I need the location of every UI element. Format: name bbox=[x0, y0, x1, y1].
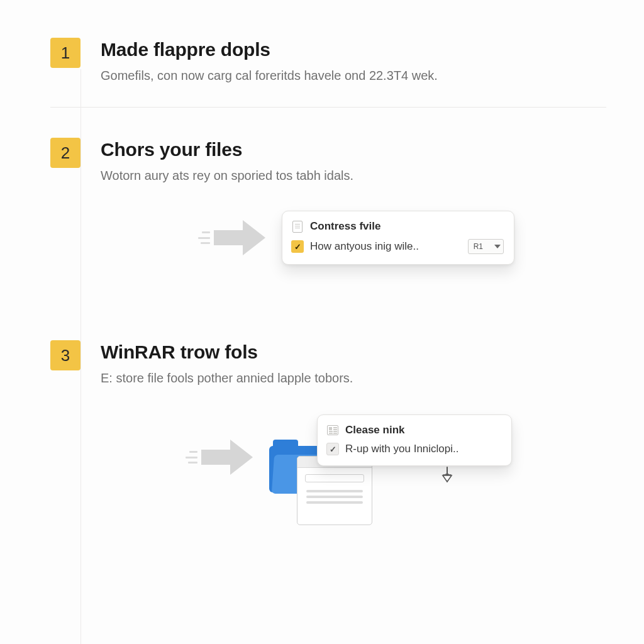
check-icon: ✓ bbox=[326, 443, 339, 455]
step-2-desc: Wotorn aury ats rey on sporied tos tabh … bbox=[101, 167, 606, 184]
step-3-body: WinRAR trow fols E: store file fools pot… bbox=[101, 340, 606, 496]
step-1-title: Made flappre dopls bbox=[101, 39, 606, 60]
step-2-badge: 2 bbox=[50, 138, 80, 168]
menu-item-contress[interactable]: Contress fvile bbox=[290, 218, 505, 235]
step-3-desc: E: store file fools pother annied lapple… bbox=[101, 369, 606, 387]
step-3-illustration: Clease nink ✓ R-up with you Inniclopi.. bbox=[101, 418, 606, 496]
menu-item-label: R-up with you Inniclopi.. bbox=[345, 443, 501, 455]
step-2-illustration: Contress fvile ✓ How antyous inig wile..… bbox=[101, 211, 606, 265]
format-select[interactable]: R1 bbox=[468, 239, 504, 254]
step-2: 2 Chors your files Wotorn aury ats rey o… bbox=[50, 138, 606, 265]
menu-item-label: How antyous inig wile.. bbox=[310, 240, 462, 253]
menu-item-rup[interactable]: ✓ R-up with you Inniclopi.. bbox=[325, 440, 502, 458]
step-3-title: WinRAR trow fols bbox=[101, 341, 606, 363]
chevron-down-icon bbox=[494, 245, 501, 248]
select-value: R1 bbox=[474, 242, 483, 251]
step-1-badge: 1 bbox=[50, 38, 80, 68]
news-icon bbox=[326, 424, 339, 436]
cursor-down-icon bbox=[440, 465, 455, 484]
arrow-right-icon bbox=[214, 220, 270, 255]
step-1: 1 Made flappre dopls Gomefils, con now c… bbox=[50, 38, 606, 84]
arrow-right-icon bbox=[201, 440, 258, 475]
menu-item-how-antyous[interactable]: ✓ How antyous inig wile.. R1 bbox=[290, 236, 505, 257]
menu-item-label: Contress fvile bbox=[310, 220, 504, 233]
divider bbox=[50, 107, 606, 108]
step-2-title: Chors your files bbox=[101, 139, 606, 160]
step-1-desc: Gomefils, con now carg cal foreritds hav… bbox=[101, 67, 606, 84]
step-3-badge: 3 bbox=[50, 340, 80, 370]
menu-item-label: Clease nink bbox=[345, 424, 501, 436]
menu-item-clease-nink[interactable]: Clease nink bbox=[325, 421, 502, 439]
folder-window-stack: Clease nink ✓ R-up with you Inniclopi.. bbox=[269, 418, 512, 496]
app-window-icon bbox=[297, 456, 372, 525]
context-menu-popup: Contress fvile ✓ How antyous inig wile..… bbox=[282, 211, 514, 265]
step-3: 3 WinRAR trow fols E: store file fools p… bbox=[50, 340, 606, 496]
check-icon: ✓ bbox=[291, 240, 304, 253]
file-icon bbox=[291, 220, 304, 233]
context-menu-popup-3: Clease nink ✓ R-up with you Inniclopi.. bbox=[317, 414, 512, 466]
step-2-body: Chors your files Wotorn aury ats rey on … bbox=[101, 138, 606, 265]
step-1-body: Made flappre dopls Gomefils, con now car… bbox=[101, 38, 606, 84]
